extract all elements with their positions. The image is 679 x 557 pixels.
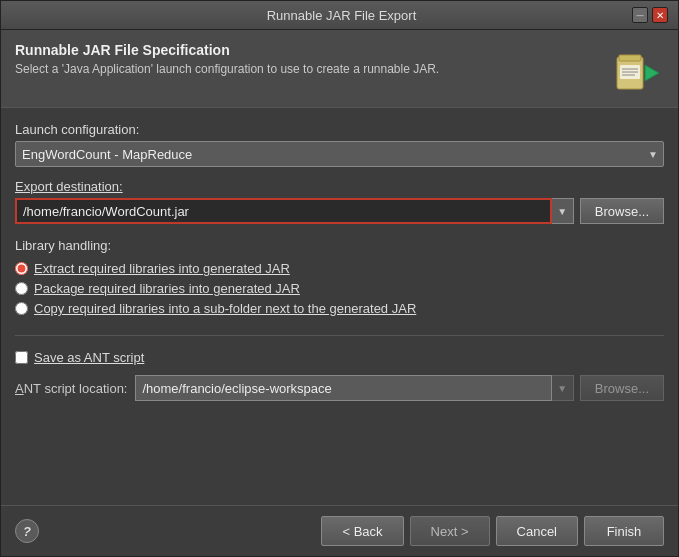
title-bar: Runnable JAR File Export ─ ✕ — [1, 1, 678, 30]
dialog-window: Runnable JAR File Export ─ ✕ Runnable JA… — [0, 0, 679, 557]
help-button[interactable]: ? — [15, 519, 39, 543]
export-dest-input[interactable] — [15, 198, 552, 224]
svg-marker-6 — [645, 65, 659, 81]
library-handling-label: Library handling: — [15, 238, 664, 253]
save-ant-checkbox[interactable] — [15, 351, 28, 364]
radio-extract-label: Extract required libraries into generate… — [34, 261, 290, 276]
header-text: Runnable JAR File Specification Select a… — [15, 42, 604, 76]
dialog-footer: ? < Back Next > Cancel Finish — [1, 505, 678, 556]
ant-dropdown-btn: ▼ — [552, 375, 574, 401]
minimize-button[interactable]: ─ — [632, 7, 648, 23]
export-dest-dropdown-btn[interactable]: ▼ — [552, 198, 574, 224]
dialog-title: Runnable JAR File Export — [51, 8, 632, 23]
close-button[interactable]: ✕ — [652, 7, 668, 23]
library-handling-group: Extract required libraries into generate… — [15, 261, 664, 336]
radio-extract-input[interactable] — [15, 262, 28, 275]
export-dest-row: ▼ Browse... — [15, 198, 664, 224]
svg-rect-1 — [619, 55, 641, 61]
export-dest-browse-button[interactable]: Browse... — [580, 198, 664, 224]
ant-location-row: ANT script location: ▼ Browse... — [15, 375, 664, 401]
header-section: Runnable JAR File Specification Select a… — [1, 30, 678, 108]
launch-config-label: Launch configuration: — [15, 122, 664, 137]
title-buttons: ─ ✕ — [632, 7, 668, 23]
main-content: Launch configuration: EngWordCount - Map… — [1, 108, 678, 505]
cancel-button[interactable]: Cancel — [496, 516, 578, 546]
header-description: Select a 'Java Application' launch confi… — [15, 62, 604, 76]
radio-package-input[interactable] — [15, 282, 28, 295]
header-title: Runnable JAR File Specification — [15, 42, 604, 58]
radio-extract[interactable]: Extract required libraries into generate… — [15, 261, 664, 276]
back-button[interactable]: < Back — [321, 516, 403, 546]
radio-copy-input[interactable] — [15, 302, 28, 315]
launch-config-select[interactable]: EngWordCount - MapReduce — [15, 141, 664, 167]
save-ant-checkbox-row[interactable]: Save as ANT script — [15, 350, 664, 365]
radio-copy[interactable]: Copy required libraries into a sub-folde… — [15, 301, 664, 316]
radio-copy-label: Copy required libraries into a sub-folde… — [34, 301, 416, 316]
ant-input-row: ▼ Browse... — [135, 375, 664, 401]
radio-package-label: Package required libraries into generate… — [34, 281, 300, 296]
ant-browse-button[interactable]: Browse... — [580, 375, 664, 401]
next-button[interactable]: Next > — [410, 516, 490, 546]
export-dest-label: Export destination: — [15, 179, 664, 194]
radio-package[interactable]: Package required libraries into generate… — [15, 281, 664, 296]
footer-buttons: < Back Next > Cancel Finish — [321, 516, 664, 546]
finish-button[interactable]: Finish — [584, 516, 664, 546]
launch-config-wrapper: EngWordCount - MapReduce ▼ — [15, 141, 664, 167]
save-ant-label: Save as ANT script — [34, 350, 144, 365]
ant-script-input[interactable] — [135, 375, 551, 401]
ant-script-label: ANT script location: — [15, 381, 127, 396]
footer-left: ? — [15, 519, 321, 543]
export-dest-input-wrapper: ▼ — [15, 198, 574, 224]
jar-icon — [604, 42, 664, 97]
ant-input-wrapper: ▼ — [135, 375, 573, 401]
